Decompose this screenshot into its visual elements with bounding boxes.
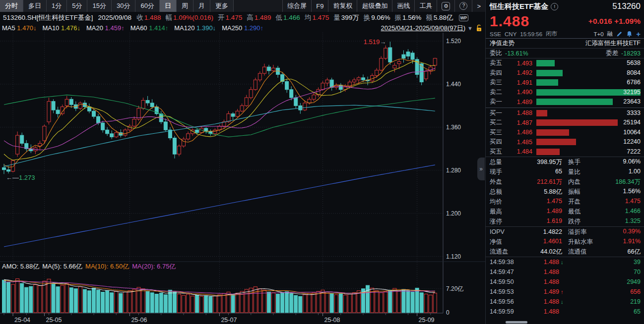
tick-row-14:59:50[interactable]: 14:59:501.4882949 bbox=[486, 277, 644, 287]
tab-更多[interactable]: 更多 bbox=[210, 0, 234, 12]
tick-qty: 65 bbox=[634, 308, 641, 315]
ma-value: 1.290↑ bbox=[244, 24, 263, 32]
bid-levels: 买一1.4883333买二1.48725194买三1.48610064买四1.4… bbox=[486, 108, 644, 157]
tick-qty: 656 bbox=[630, 288, 641, 295]
ma-item-MA20: MA20 1.459↑ bbox=[86, 24, 125, 32]
level-qty: 32195 bbox=[623, 89, 641, 96]
field-value: 399万 bbox=[341, 14, 359, 21]
ma-value: 1.459↑ bbox=[105, 24, 125, 32]
bid-row-买五[interactable]: 买五1.4847222 bbox=[486, 147, 644, 157]
stat-row-总量: 总量398.95万换手9.06% bbox=[486, 157, 644, 167]
ma-legend-bar: MA5 1.470↓MA10 1.476↓MA20 1.459↑MA60 1.4… bbox=[0, 23, 485, 33]
chevron-right-icon[interactable]: > bbox=[472, 0, 485, 12]
field-label: 开 bbox=[218, 14, 225, 21]
bid-row-买四[interactable]: 买四1.48512240 bbox=[486, 137, 644, 147]
tick-time: 14:59:50 bbox=[490, 278, 524, 285]
bid-row-买三[interactable]: 买三1.48610064 bbox=[486, 128, 644, 138]
date-range-label[interactable]: 2025/04/21-2025/09/08(97日) bbox=[381, 24, 466, 33]
stat-value: 1.00 bbox=[629, 168, 641, 176]
field-label: 收 bbox=[136, 14, 143, 21]
nav-trend-row[interactable]: 净值走势 汇添富恒生科技ETF bbox=[486, 38, 644, 49]
ma-label: MA250 bbox=[222, 24, 244, 32]
tab-月[interactable]: 月 bbox=[193, 0, 210, 12]
level-label: 卖五 bbox=[490, 59, 507, 67]
stat-label: 净值 bbox=[490, 238, 502, 246]
wp-monitor-icon[interactable]: WP bbox=[459, 14, 469, 21]
quote-side-panel: 恒生科技ETF基金 ! 513260 1.488 +0.016 +1.09% S… bbox=[485, 0, 644, 324]
field-label: 低 bbox=[276, 14, 283, 21]
info-icon[interactable]: ! bbox=[551, 3, 558, 10]
tab-1分[interactable]: 1分 bbox=[47, 0, 67, 12]
tick-price: 1.488 bbox=[524, 298, 559, 305]
tool-画线[interactable]: 画线 bbox=[392, 0, 414, 12]
double-chevron-right-icon: » bbox=[479, 165, 483, 172]
bid-row-买一[interactable]: 买一1.4883333 bbox=[486, 108, 644, 118]
level-price: 1.488 bbox=[507, 109, 532, 116]
level-bar-zone: 5638 bbox=[536, 59, 641, 67]
field-高: 高1.489 bbox=[247, 14, 271, 21]
tick-row-14:59:56[interactable]: 14:59:561.488↓219 bbox=[486, 297, 644, 307]
tick-row-14:59:59[interactable]: 14:59:591.48865 bbox=[486, 307, 644, 317]
field-label: 均 bbox=[305, 14, 312, 21]
level-qty: 23643 bbox=[623, 98, 641, 106]
pencil-icon[interactable] bbox=[616, 31, 623, 37]
tab-周[interactable]: 周 bbox=[177, 0, 193, 12]
level-depth-bar bbox=[536, 119, 618, 126]
annotation-1.273: ←—1.273 bbox=[6, 174, 35, 181]
tab-15分[interactable]: 15分 bbox=[87, 0, 111, 12]
stat-label: 流通值 bbox=[568, 248, 587, 256]
tab-5分[interactable]: 5分 bbox=[67, 0, 87, 12]
tick-time: 14:59:56 bbox=[490, 298, 524, 305]
scrollbar-thumb[interactable] bbox=[506, 321, 527, 324]
stat-value: 65 bbox=[555, 168, 562, 176]
tool-超级叠加[interactable]: 超级叠加 bbox=[357, 0, 392, 12]
field-value: 1.09%(0.016) bbox=[173, 14, 213, 21]
tick-row-14:59:38[interactable]: 14:59:381.488↓39 bbox=[486, 257, 644, 267]
level-depth-bar bbox=[536, 79, 558, 86]
tick-row-14:59:53[interactable]: 14:59:531.489↑656 bbox=[486, 287, 644, 297]
tab-60分[interactable]: 60分 bbox=[135, 0, 159, 12]
ask-row-卖三[interactable]: 卖三1.4916786 bbox=[486, 78, 644, 88]
stat-溢折率: 溢折率0.39% bbox=[568, 228, 641, 236]
level-label: 买一 bbox=[490, 109, 507, 117]
tick-row-14:59:47[interactable]: 14:59:471.48870 bbox=[486, 267, 644, 277]
stat-均价: 均价1.475 bbox=[490, 198, 562, 206]
add-icon[interactable]: + bbox=[636, 30, 641, 38]
tab-分时[interactable]: 分时 bbox=[0, 0, 23, 12]
tab-日[interactable]: 日 bbox=[160, 0, 177, 12]
tab-30分[interactable]: 30分 bbox=[112, 0, 135, 12]
panel-collapse-handle[interactable]: » bbox=[477, 158, 485, 180]
stat-label: 振幅 bbox=[568, 188, 580, 196]
tick-price: 1.488 bbox=[524, 259, 559, 266]
gear-tool[interactable]: ⚙ bbox=[437, 0, 454, 12]
stat-value: 1.489 bbox=[547, 208, 562, 216]
field-收: 收1.488 bbox=[136, 14, 161, 21]
stat-value: 212.61万 bbox=[537, 178, 562, 186]
quote-time: 15:59:56 bbox=[520, 31, 542, 37]
bid-row-买二[interactable]: 买二1.48725194 bbox=[486, 118, 644, 128]
ask-row-卖一[interactable]: 卖一1.48923643 bbox=[486, 97, 644, 107]
ask-row-卖四[interactable]: 卖四1.4928084 bbox=[486, 68, 644, 78]
ask-row-卖五[interactable]: 卖五1.4935638 bbox=[486, 58, 644, 68]
tool-工具[interactable]: 工具 bbox=[414, 0, 437, 12]
candlestick-chart[interactable]: 1.5201.4401.3601.2801.2001.1207.20亿025-0… bbox=[0, 33, 485, 324]
ask-row-卖二[interactable]: 卖二1.49032195 bbox=[486, 88, 644, 98]
tool-前复权[interactable]: 前复权 bbox=[328, 0, 357, 12]
tick-price: 1.489 bbox=[524, 288, 559, 295]
stat-label: 溢折率 bbox=[568, 228, 587, 236]
tick-by-tick-list[interactable]: 14:59:381.488↓3914:59:471.4887014:59:501… bbox=[486, 257, 644, 317]
ask-levels: 卖五1.4935638卖四1.4928084卖三1.4916786卖二1.490… bbox=[486, 58, 644, 107]
bell-icon[interactable] bbox=[626, 31, 633, 37]
stat-label: 开盘 bbox=[568, 198, 580, 206]
stat-总额: 总额5.88亿 bbox=[490, 188, 562, 196]
help-tool[interactable]: ? bbox=[454, 0, 472, 12]
chevron-down-icon[interactable]: ▼ bbox=[467, 25, 473, 31]
tool-综合屏[interactable]: 综合屏 bbox=[282, 0, 311, 12]
unlock-icon[interactable] bbox=[476, 24, 482, 32]
tool-F9[interactable]: F9 bbox=[311, 0, 328, 12]
level-price: 1.492 bbox=[507, 69, 532, 76]
ma-item-MA5: MA5 1.470↓ bbox=[2, 24, 36, 32]
chart-canvas[interactable]: 1.5201.4401.3601.2801.2001.1207.20亿025-0… bbox=[0, 33, 485, 324]
stat-label: 升贴水率 bbox=[568, 238, 593, 246]
tab-多日[interactable]: 多日 bbox=[23, 0, 47, 12]
